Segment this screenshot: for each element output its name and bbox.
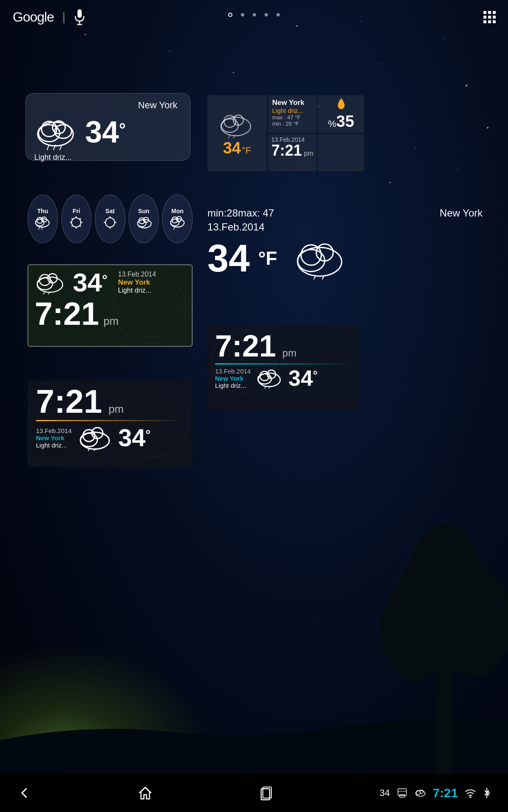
- google-logo: Google |: [13, 8, 86, 25]
- google-text: Google: [13, 9, 54, 25]
- apps-grid-icon[interactable]: [483, 11, 495, 23]
- forecast-sun-icon: [135, 215, 153, 230]
- svg-point-78: [121, 389, 176, 444]
- widget2-ampm: pm: [304, 150, 313, 157]
- widget6-cloud-icon: [78, 425, 112, 451]
- svg-line-36: [72, 225, 73, 227]
- dot-4[interactable]: [265, 13, 268, 16]
- widget-medium-clock-weather[interactable]: 34 ° 13.Feb.2014 New York Light driz... …: [28, 264, 193, 347]
- dot-5[interactable]: [276, 13, 280, 16]
- forecast-sun-label: Sun: [138, 208, 149, 214]
- nav-time: 7:21: [433, 786, 458, 800]
- widget2-empty-cell: [318, 134, 364, 172]
- back-icon[interactable]: [17, 785, 32, 801]
- widget7-ampm: pm: [282, 347, 296, 359]
- svg-rect-89: [400, 795, 405, 797]
- forecast-sat-icon: [101, 215, 119, 230]
- widget2-city: New York: [272, 99, 312, 107]
- navigation-bar: 34 7:21: [0, 774, 508, 812]
- widget1-city: New York: [138, 100, 177, 111]
- widget2-desc: Light driz...: [272, 107, 312, 114]
- widget7-degree: °: [313, 369, 318, 382]
- svg-point-70: [218, 336, 269, 387]
- widget1-degree: °: [119, 120, 126, 139]
- forecast-fri-label: Fri: [72, 208, 80, 214]
- widget-small-grid[interactable]: 34 °F New York Light driz... max : 47 °F…: [207, 95, 364, 171]
- svg-point-69: [212, 330, 275, 393]
- svg-line-35: [80, 218, 81, 219]
- widget1-cloud-icon: [34, 113, 81, 151]
- forecast-mon-icon: [168, 215, 186, 230]
- widget4-city: New York: [440, 207, 483, 219]
- svg-point-93: [469, 796, 471, 798]
- widget1-temp: 34: [85, 117, 119, 147]
- svg-point-4: [411, 524, 478, 609]
- svg-line-55: [314, 276, 315, 280]
- forecast-mon-label: Mon: [171, 208, 184, 214]
- mic-icon[interactable]: [74, 8, 86, 25]
- recents-icon[interactable]: [259, 785, 274, 801]
- forecast-sat-label: Sat: [105, 208, 115, 214]
- status-num: 34: [379, 787, 389, 798]
- cloud-sync-icon: [414, 788, 426, 798]
- widget-center-info: min:28max: 47 New York 13.Feb.2014 34 °F: [207, 207, 483, 280]
- widget2-temp: 34: [223, 139, 241, 157]
- svg-point-11: [41, 121, 57, 137]
- widget-forecast-row[interactable]: Thu Fri Sat: [28, 195, 193, 245]
- widget-large-weather[interactable]: New York 34 ° Light driz...: [25, 93, 190, 161]
- forecast-thu-label: Thu: [37, 208, 48, 214]
- svg-line-26: [39, 227, 40, 230]
- widget7-temp: 34: [288, 367, 313, 389]
- forecast-fri: Fri: [61, 195, 92, 243]
- widget6-time: 7:21: [36, 385, 102, 418]
- widget2-humidity-symbol: %: [328, 118, 337, 129]
- svg-point-58: [120, 278, 179, 337]
- svg-line-67: [43, 292, 45, 294]
- bluetooth-icon: [483, 787, 491, 799]
- widget4-date: 13.Feb.2014: [207, 221, 483, 233]
- widget2-min: min : 28 °F: [272, 121, 312, 127]
- widget2-temp-cell: 34 °F: [207, 95, 267, 171]
- widget2-date-cell: 13.Feb.2014 7:21 pm: [268, 134, 317, 172]
- widget2-humidity: 35: [336, 112, 354, 131]
- svg-line-33: [72, 218, 73, 219]
- widget2-time: 7:21: [271, 143, 302, 158]
- top-bar: Google |: [0, 0, 508, 34]
- widget1-desc: Light driz...: [34, 153, 72, 162]
- forecast-mon: Mon: [162, 195, 193, 243]
- widget4-cloud-icon: [294, 237, 349, 280]
- dot-2[interactable]: [241, 13, 244, 16]
- svg-line-50: [174, 227, 175, 230]
- widget2-info-cell: New York Light driz... max : 47 °F min :…: [268, 95, 317, 133]
- widget6-date: 13.Feb.2014: [36, 427, 72, 434]
- widget4-temp: 34: [207, 239, 250, 277]
- widget-right-clock-weather[interactable]: 7:21 pm 13.Feb.2014 New York Light driz.…: [207, 326, 360, 410]
- svg-point-77: [116, 385, 188, 457]
- page-dots: [228, 13, 280, 17]
- forecast-fri-icon: [67, 215, 85, 230]
- widget-bottom-clock-weather[interactable]: 7:21 pm 13.Feb.2014 New York Light driz.…: [28, 381, 193, 467]
- wifi-icon: [464, 788, 476, 798]
- forecast-sun: Sun: [129, 195, 159, 243]
- dot-3[interactable]: [253, 13, 256, 16]
- dot-1[interactable]: [228, 13, 232, 17]
- widget2-humidity-cell: % 35: [318, 95, 364, 133]
- widget4-minmax: min:28max: 47: [207, 207, 274, 219]
- svg-point-57: [113, 272, 185, 343]
- forecast-sat: Sat: [95, 195, 125, 243]
- forecast-thu: Thu: [28, 195, 58, 243]
- svg-rect-3: [436, 672, 453, 778]
- widget2-cloud-icon: [218, 110, 256, 139]
- svg-line-20: [228, 135, 230, 138]
- widget5-degree: °: [102, 272, 108, 288]
- divider: |: [62, 10, 65, 24]
- widget6-desc: Light driz...: [36, 442, 72, 449]
- widget2-unit: °F: [242, 145, 251, 156]
- home-icon[interactable]: [138, 785, 153, 801]
- humidity-drop-icon: [335, 97, 347, 112]
- widget5-time: 7:21: [35, 298, 99, 330]
- svg-rect-5: [77, 9, 82, 18]
- svg-point-37: [105, 218, 115, 227]
- notification-icon: [396, 787, 408, 799]
- widget5-temp: 34: [73, 269, 102, 296]
